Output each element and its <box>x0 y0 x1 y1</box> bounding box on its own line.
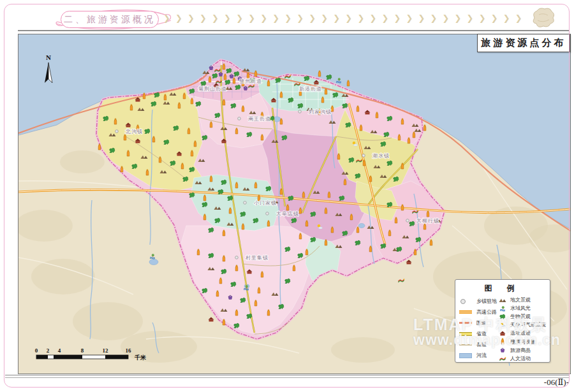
town-label: 新港街道 <box>299 86 322 92</box>
legend-symbol-provincial <box>459 332 475 336</box>
page-title: 二、旅游资源概况 <box>61 11 159 28</box>
svg-text:0: 0 <box>35 347 38 354</box>
legend-label: 水域风光 <box>510 305 531 312</box>
svg-text:12: 12 <box>103 347 109 354</box>
footer-rule <box>5 375 569 378</box>
svg-text:2: 2 <box>47 347 50 354</box>
svg-text:N: N <box>46 54 51 61</box>
legend-symbol-highway <box>459 310 475 314</box>
map-title: 旅游资源点分布 <box>477 34 570 52</box>
legend-item-s: 天象与气候景观 <box>498 321 546 329</box>
legend-symbol-m-icon <box>498 296 508 304</box>
legend-item-national: 国道 <box>459 317 498 328</box>
legend: 图 例 乡镇驻地高速公路国道省道县道河流 地文景观水域风光生物景观天象与气候景观… <box>455 279 550 363</box>
legend-symbol-s-icon <box>498 321 508 329</box>
town-seat-marker <box>244 201 247 205</box>
town-seat-marker <box>235 256 239 259</box>
legend-item-b: 建筑与设施 <box>498 337 546 345</box>
legend-symbol-river <box>459 353 475 358</box>
legend-item-county: 县道 <box>459 339 498 350</box>
legend-label: 天象与气候景观 <box>510 321 546 328</box>
legend-label: 建筑与设施 <box>510 338 536 345</box>
town-label: 紫荆山街道 <box>198 86 227 92</box>
town-label: 潮水镇 <box>372 153 390 159</box>
legend-label: 乡镇驻地 <box>476 298 497 305</box>
legend-item-w: 水域风光 <box>498 304 546 312</box>
town-label: 北沟镇 <box>125 129 143 134</box>
svg-text:4: 4 <box>58 347 61 354</box>
town-seat-marker <box>238 117 241 120</box>
town-seat-marker <box>362 154 365 157</box>
legend-symbol-national <box>459 322 475 324</box>
legend-label: 地文景观 <box>510 296 531 303</box>
town-label: 大柳行镇 <box>416 218 439 224</box>
legend-symbol-b-icon <box>498 338 508 345</box>
legend-item-g: 生物景观 <box>498 312 546 321</box>
legend-item-h: 人文活动 <box>498 354 546 363</box>
legend-item-river: 河流 <box>459 350 498 361</box>
town-label: 大辛店镇 <box>276 211 299 217</box>
page: 二、旅游资源概况 ❯ ❯ ❯ ❯ ❯ ❯ ❯ ❯ ❯ ❯ ❯ ❯ ❯ ❯ ❯ ❯… <box>0 0 574 392</box>
reservoir <box>149 259 158 265</box>
legend-label: 人文活动 <box>510 355 531 362</box>
legend-label: 旅游商品 <box>510 347 531 354</box>
legend-label: 生物景观 <box>510 313 531 320</box>
town-label: 南王街道 <box>248 116 271 122</box>
header: 二、旅游资源概况 ❯ ❯ ❯ ❯ ❯ ❯ ❯ ❯ ❯ ❯ ❯ ❯ ❯ ❯ ❯ ❯… <box>0 0 574 33</box>
legend-item-seat: 乡镇驻地 <box>459 296 498 307</box>
legend-label: 高速公路 <box>476 309 497 316</box>
legend-symbol-g-icon <box>498 313 508 321</box>
town-label: 村里集镇 <box>245 255 269 261</box>
page-number: -06(Ⅱ)- <box>510 377 569 388</box>
legend-item-provincial: 省道 <box>459 328 498 339</box>
legend-label: 河流 <box>476 352 487 359</box>
svg-text:8: 8 <box>81 347 84 354</box>
legend-label: 省道 <box>476 330 487 337</box>
legend-item-m: 地文景观 <box>498 296 546 304</box>
chevron-row-decoration: ❯ ❯ ❯ ❯ ❯ ❯ ❯ ❯ ❯ ❯ ❯ ❯ ❯ ❯ ❯ ❯ ❯ ❯ ❯ ❯ … <box>163 13 524 23</box>
legend-item-highway: 高速公路 <box>459 307 498 317</box>
town-seat-marker <box>298 110 302 113</box>
legend-title: 图 例 <box>459 283 546 294</box>
town-seat-marker <box>115 130 119 133</box>
svg-text:千米: 千米 <box>134 354 147 361</box>
map-frame: 紫荆山街道登州街道新港街道刘家沟镇南王街道潮水镇北沟镇小门家镇大辛店镇大柳行镇村… <box>18 34 571 374</box>
town-label: 登州街道 <box>239 78 262 84</box>
svg-text:16: 16 <box>126 347 132 354</box>
legend-symbol-w-icon <box>498 305 508 312</box>
town-label: 小门家镇 <box>254 200 277 206</box>
legend-point-items: 地文景观水域风光生物景观天象与气候景观遗址遗迹建筑与设施旅游商品人文活动 <box>498 296 546 363</box>
legend-line-items: 乡镇驻地高速公路国道省道县道河流 <box>459 296 498 363</box>
legend-item-p: 旅游商品 <box>498 346 546 354</box>
legend-item-r: 遗址遗迹 <box>498 329 546 337</box>
town-seat-marker <box>406 219 409 222</box>
town-label: 刘家沟镇 <box>309 109 332 115</box>
legend-label: 国道 <box>476 319 487 326</box>
legend-symbol-h-icon <box>498 354 508 362</box>
legend-symbol-county <box>459 344 475 345</box>
legend-label: 遗址遗迹 <box>510 330 531 337</box>
town-seat-marker <box>266 212 269 215</box>
legend-symbol-r-icon <box>498 330 508 337</box>
legend-label: 县道 <box>476 341 487 348</box>
reservoir <box>358 224 365 228</box>
map-blob-icon <box>528 5 557 32</box>
legend-symbol-seat <box>459 299 475 304</box>
legend-symbol-p-icon <box>498 346 508 354</box>
